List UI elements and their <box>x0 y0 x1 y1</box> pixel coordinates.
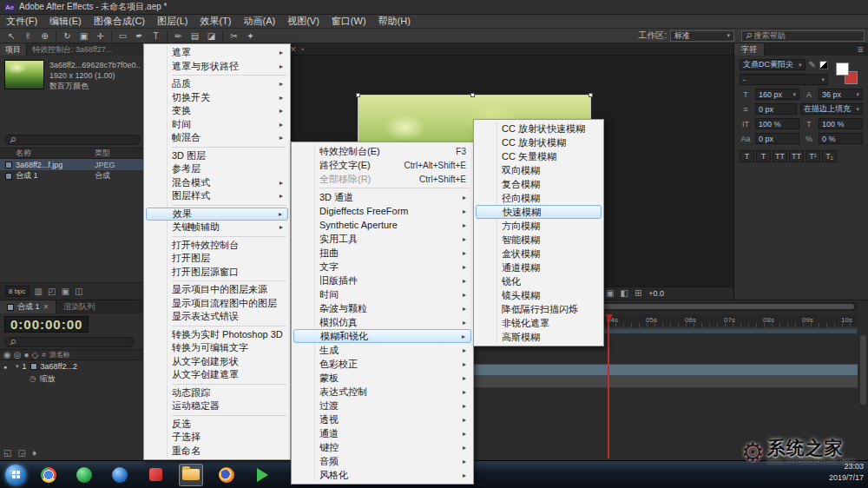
text-style-toggle[interactable]: TT <box>789 150 804 162</box>
menu-item[interactable]: Digieffects FreeForm▸ <box>293 204 471 218</box>
menubar-item[interactable]: 效果(T) <box>194 15 237 28</box>
start-button[interactable] <box>5 465 26 485</box>
menu-item[interactable]: 降低隔行扫描闪烁 <box>476 302 602 316</box>
menu-item[interactable]: 转换为可编辑文字 <box>146 341 288 355</box>
menu-item[interactable]: 智能模糊 <box>476 233 602 247</box>
menu-item[interactable]: 风格化▸ <box>293 468 471 482</box>
menu-item[interactable]: 遮罩▸ <box>146 46 288 60</box>
menu-item[interactable]: 3D 图层 <box>146 149 288 163</box>
media-player-icon[interactable] <box>250 464 274 486</box>
leading-field[interactable]: 36 px ▾ <box>819 89 863 100</box>
snapshot-icon[interactable]: ▣ <box>606 289 614 298</box>
menu-item[interactable]: 扭曲▸ <box>293 246 471 260</box>
timeline-search-box[interactable]: ⚲ <box>4 337 135 347</box>
menu-item[interactable]: 参考层 <box>146 162 288 176</box>
menu-item[interactable]: 从文字创建形状 <box>146 355 288 369</box>
menubar-item[interactable]: 窗口(W) <box>326 15 372 28</box>
menu-item[interactable]: 效果▸ <box>146 208 288 221</box>
bw-swatch-icon[interactable] <box>819 61 828 69</box>
stopwatch-icon[interactable]: ◷ <box>30 374 36 383</box>
stroke-width-field[interactable]: 0 px <box>755 103 797 115</box>
horizontal-scale-field[interactable]: 100 % <box>819 118 863 129</box>
panel-menu-icon[interactable]: ≣ <box>857 45 868 54</box>
menu-item[interactable]: 转换为实时 Photoshop 3D <box>146 328 288 342</box>
interpret-footage-icon[interactable]: ▥ <box>35 287 43 296</box>
menu-item[interactable]: 双向模糊 <box>476 163 602 177</box>
menu-item[interactable]: 色彩校正▸ <box>293 357 471 371</box>
project-row[interactable]: 3a68ff2...f.jpgJPEG <box>0 159 145 170</box>
menu-item[interactable]: 打开特效控制台 <box>146 239 288 253</box>
menu-item[interactable]: 遮罩与形状路径▸ <box>146 60 288 74</box>
type-tool-icon[interactable]: T <box>148 31 164 41</box>
menu-item[interactable]: 盒状模糊 <box>476 247 602 260</box>
graph-editor-icon[interactable]: ◲ <box>17 449 25 458</box>
menubar-item[interactable]: 动画(A) <box>238 15 282 28</box>
menu-item[interactable]: 从文字创建遮罩 <box>146 368 288 382</box>
fill-color-swatch[interactable] <box>836 63 849 76</box>
menubar-item[interactable]: 编辑(E) <box>43 15 88 28</box>
solo-toggle-icon[interactable]: ● <box>23 351 29 359</box>
tab-character[interactable]: 字符 <box>734 43 765 56</box>
brush-tool-icon[interactable]: ✏ <box>170 31 187 41</box>
menu-item[interactable]: 表达式控制▸ <box>293 385 471 399</box>
menu-item[interactable]: 高斯模糊 <box>476 330 602 344</box>
menu-item[interactable]: 通道模糊 <box>476 260 602 274</box>
rotate-tool-icon[interactable]: ↻ <box>59 31 76 41</box>
menubar-item[interactable]: 图层(L) <box>151 15 194 28</box>
tab-composition[interactable]: 合成 1 ✕ <box>0 300 56 313</box>
menu-item[interactable]: Synthetic Aperture▸ <box>293 218 471 232</box>
exposure-value[interactable]: +0.0 <box>648 289 664 298</box>
text-style-toggle[interactable]: T <box>740 150 754 162</box>
menu-item[interactable]: 模糊和锐化▸ <box>293 329 471 343</box>
menu-item[interactable]: 径向模糊 <box>476 191 602 205</box>
menu-item[interactable]: 复合模糊 <box>476 177 602 191</box>
new-comp-icon[interactable]: ▣ <box>61 287 69 296</box>
menu-item[interactable]: 旧版插件▸ <box>293 274 471 287</box>
red-app-icon[interactable] <box>143 464 168 486</box>
menu-item[interactable]: 时间▸ <box>293 287 471 301</box>
tab-render-queue[interactable]: 渲染队列 <box>56 300 102 313</box>
grid-guides-icon[interactable]: ⊞ <box>635 289 641 298</box>
video-toggle-icon[interactable]: ◉ <box>3 351 11 359</box>
menu-item[interactable]: 音频▸ <box>293 454 471 468</box>
menu-item[interactable]: 路径文字(E)Ctrl+Alt+Shift+E <box>293 158 471 172</box>
pan-behind-tool-icon[interactable]: ✛ <box>92 31 108 41</box>
text-style-toggle[interactable]: T <box>756 150 771 162</box>
menu-item[interactable]: 快速模糊 <box>476 205 602 219</box>
pen-tool-icon[interactable]: ✒ <box>131 31 148 41</box>
text-style-toggle[interactable]: T₁ <box>822 150 837 162</box>
menu-item[interactable]: 方向模糊 <box>476 219 602 233</box>
menu-item[interactable]: 透视▸ <box>293 412 471 426</box>
ie-icon[interactable] <box>108 464 132 486</box>
menu-item[interactable]: 时间▸ <box>146 118 288 132</box>
menubar-item[interactable]: 文件(F) <box>0 15 43 28</box>
menu-item[interactable]: 动态跟踪 <box>146 386 288 400</box>
menubar-item[interactable]: 图像合成(C) <box>88 15 151 28</box>
clone-stamp-tool-icon[interactable]: ▤ <box>187 31 203 41</box>
tsume-field[interactable]: 0 % <box>819 133 863 144</box>
puppet-pin-tool-icon[interactable]: ✦ <box>242 31 259 41</box>
shape-tool-icon[interactable]: ▭ <box>115 31 131 41</box>
channels-icon[interactable]: ◧ <box>620 289 628 298</box>
menu-item[interactable]: 显示项目流程图中的图层 <box>146 297 288 311</box>
selection-handle[interactable] <box>470 93 475 97</box>
menu-item[interactable]: 打开图层 <box>146 252 288 266</box>
transform-box-icon[interactable]: ♦ <box>32 449 36 458</box>
baseline-shift-field[interactable]: 0 px <box>755 133 799 144</box>
menu-item[interactable]: 显示表达式错误 <box>146 310 288 324</box>
audio-toggle-icon[interactable]: ◎ <box>14 351 22 359</box>
menu-item[interactable]: 混合模式▸ <box>146 176 288 190</box>
chrome-icon[interactable] <box>36 464 61 486</box>
project-list-header[interactable]: 名称 类型 <box>0 148 145 159</box>
project-row[interactable]: 合成 1合成 <box>0 170 145 181</box>
expand-layers-icon[interactable]: ◱ <box>3 449 11 458</box>
menu-item[interactable]: 蒙板▸ <box>293 371 471 385</box>
menu-item[interactable]: 实用工具▸ <box>293 232 471 246</box>
playhead-line[interactable] <box>608 314 609 458</box>
menu-item[interactable]: 变换▸ <box>146 104 288 118</box>
menu-item[interactable]: 全部移除(R)Ctrl+Shift+E <box>293 172 471 186</box>
text-style-toggle[interactable]: TT <box>773 150 787 162</box>
menu-item[interactable]: 关键帧辅助▸ <box>146 221 288 234</box>
project-search-box[interactable]: ⚲ <box>4 135 141 145</box>
explorer-icon[interactable] <box>179 464 203 486</box>
